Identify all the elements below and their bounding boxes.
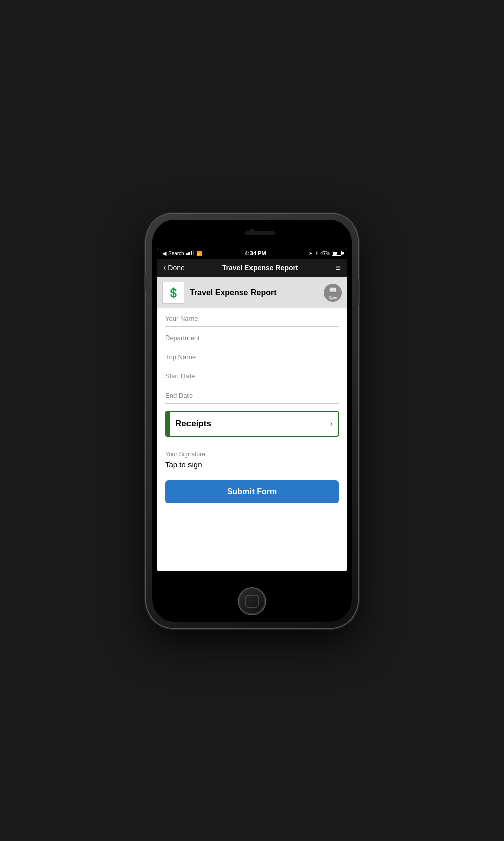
open-label: Open	[328, 296, 337, 299]
form-header-title: Travel Expense Report	[190, 288, 277, 297]
status-bar: ◀ Search 📶 4:34 PM ➤ ✳ 47%	[157, 248, 347, 259]
form-icon: 💲	[162, 282, 184, 304]
receipts-section[interactable]: Receipts ›	[165, 411, 339, 437]
screen: ◀ Search 📶 4:34 PM ➤ ✳ 47%	[157, 248, 347, 571]
signature-section[interactable]: Your Signature Tap to sign	[165, 444, 339, 473]
home-button[interactable]	[239, 588, 265, 614]
status-left: ◀ Search 📶	[162, 250, 202, 257]
bar4	[193, 251, 194, 255]
start-date-label: Start Date	[165, 372, 339, 380]
trip-name-label: Trip Name	[165, 353, 339, 361]
your-name-field[interactable]: Your Name	[165, 308, 339, 327]
receipts-chevron-icon: ›	[330, 419, 333, 428]
trip-name-field[interactable]: Trip Name	[165, 346, 339, 365]
status-time: 4:34 PM	[245, 250, 266, 256]
search-label: Search	[168, 251, 184, 256]
speaker	[245, 231, 275, 235]
department-label: Department	[165, 334, 339, 342]
book-icon: 📖	[329, 286, 337, 294]
bluetooth-icon: ✳	[314, 251, 319, 256]
menu-button[interactable]: ≡	[335, 263, 341, 273]
submit-button[interactable]: Submit Form	[165, 480, 339, 503]
status-right: ➤ ✳ 47%	[309, 251, 342, 256]
form-header: 💲 Travel Expense Report 📖 Open	[157, 277, 347, 308]
battery-icon	[332, 251, 342, 256]
your-name-label: Your Name	[165, 315, 339, 322]
signature-label: Your Signature	[165, 451, 205, 458]
receipts-label: Receipts	[175, 419, 211, 429]
bar3	[191, 251, 192, 255]
signal-bars	[186, 251, 194, 255]
nav-title: Travel Expense Report	[222, 264, 298, 272]
volume-button	[144, 274, 146, 290]
start-date-field[interactable]: Start Date	[165, 365, 339, 384]
bar2	[188, 252, 190, 255]
end-date-label: End Date	[165, 391, 339, 399]
phone-device: ◀ Search 📶 4:34 PM ➤ ✳ 47%	[146, 214, 358, 628]
tap-to-sign[interactable]: Tap to sign	[165, 460, 339, 469]
end-date-field[interactable]: End Date	[165, 384, 339, 404]
wifi-icon: 📶	[196, 251, 202, 256]
home-button-icon	[245, 595, 259, 608]
back-label: Done	[168, 264, 184, 272]
back-chevron-icon: ◀	[162, 250, 166, 257]
receipts-stripe	[166, 412, 170, 436]
location-icon: ➤	[309, 251, 313, 256]
bar1	[186, 253, 188, 255]
nav-bar: ‹ Done Travel Expense Report ≡	[157, 259, 347, 277]
open-button[interactable]: 📖 Open	[324, 284, 342, 302]
form-content: Your Name Department Trip Name Start Dat…	[157, 308, 347, 571]
receipts-content: Receipts ›	[170, 412, 338, 436]
back-chevron-icon: ‹	[163, 263, 166, 272]
back-button[interactable]: ‹ Done	[163, 263, 185, 272]
dollar-receipt-icon: 💲	[167, 287, 180, 299]
power-button	[358, 279, 360, 305]
battery-fill	[333, 252, 337, 255]
battery-percent: 47%	[320, 251, 330, 256]
department-field[interactable]: Department	[165, 327, 339, 346]
